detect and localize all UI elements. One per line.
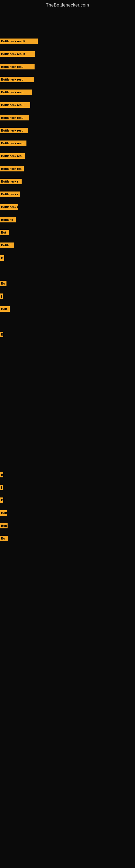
bar-label-23: |	[0, 485, 3, 490]
bar-label-3: Bottleneck resu	[0, 77, 34, 82]
bar-label-26: Bott	[0, 523, 8, 528]
bar-label-16: Bottlen	[0, 243, 14, 248]
bar-label-7: Bottleneck resu	[0, 128, 28, 133]
bar-label-5: Bottleneck resu	[0, 102, 30, 108]
bar-label-21: B	[0, 332, 3, 337]
bar-label-25: Bott	[0, 510, 7, 516]
bar-item-24: B	[0, 497, 3, 503]
bar-item-11: Bottleneck r	[0, 179, 21, 184]
bar-label-20: Bott	[0, 306, 10, 312]
bar-item-19: |	[0, 293, 3, 299]
bar-label-27: Bo	[0, 536, 8, 541]
bar-item-8: Bottleneck resu	[0, 141, 27, 146]
bar-item-14: Bottlene	[0, 217, 16, 222]
bar-label-1: Bottleneck result	[0, 51, 35, 57]
bar-label-14: Bottlene	[0, 217, 16, 222]
bar-item-2: Bottleneck resu	[0, 64, 35, 69]
bar-item-9: Bottleneck resu	[0, 153, 25, 159]
bar-item-15: Bot	[0, 230, 9, 235]
bar-label-19: |	[0, 293, 3, 299]
bar-item-17: B	[0, 255, 4, 261]
bar-label-9: Bottleneck resu	[0, 153, 25, 159]
bar-item-16: Bottlen	[0, 243, 14, 248]
bar-item-25: Bott	[0, 510, 7, 516]
bar-label-18: Bo	[0, 281, 6, 286]
bar-item-21: B	[0, 332, 3, 337]
bar-label-13: Bottleneck r	[0, 204, 18, 210]
bar-label-24: B	[0, 497, 3, 503]
bar-item-3: Bottleneck resu	[0, 77, 34, 82]
site-title: TheBottlenecker.com	[0, 0, 135, 10]
bar-item-5: Bottleneck resu	[0, 102, 30, 108]
bar-item-6: Bottleneck resu	[0, 115, 29, 120]
bar-item-10: Bottleneck res	[0, 166, 24, 172]
bar-item-4: Bottleneck resu	[0, 90, 32, 95]
bar-item-20: Bott	[0, 306, 10, 312]
bar-label-15: Bot	[0, 230, 9, 235]
bar-item-23: |	[0, 485, 3, 490]
bar-item-12: Bottleneck r	[0, 191, 20, 197]
bar-item-0: Bottleneck result	[0, 38, 38, 44]
bar-item-1: Bottleneck result	[0, 51, 35, 57]
bar-label-22: B	[0, 472, 3, 477]
bar-label-8: Bottleneck resu	[0, 141, 27, 146]
bar-label-17: B	[0, 255, 4, 261]
bar-label-6: Bottleneck resu	[0, 115, 29, 120]
bar-label-4: Bottleneck resu	[0, 90, 32, 95]
bar-label-12: Bottleneck r	[0, 191, 20, 197]
bar-item-13: Bottleneck r	[0, 204, 18, 210]
bar-item-27: Bo	[0, 536, 8, 541]
bar-item-18: Bo	[0, 281, 6, 286]
bar-item-7: Bottleneck resu	[0, 128, 28, 133]
bar-label-11: Bottleneck r	[0, 179, 21, 184]
bar-label-0: Bottleneck result	[0, 38, 38, 44]
bar-item-22: B	[0, 472, 3, 477]
bar-label-10: Bottleneck res	[0, 166, 24, 172]
bar-label-2: Bottleneck resu	[0, 64, 35, 69]
bar-item-26: Bott	[0, 523, 8, 528]
